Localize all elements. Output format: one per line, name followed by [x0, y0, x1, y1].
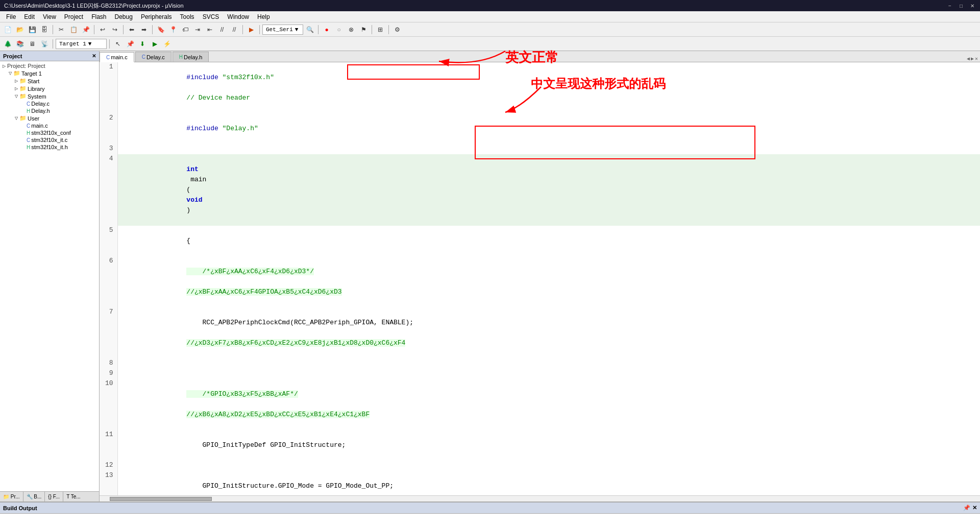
code-content[interactable] [117, 369, 980, 379]
tree-delay-h[interactable]: H Delay.h [1, 107, 98, 114]
debug-run-btn[interactable]: ● [321, 24, 332, 35]
tree-project-root[interactable]: ▷ Project: Project [1, 62, 98, 69]
books-btn[interactable]: 📚 [14, 38, 26, 50]
bookmark-btn[interactable]: 🔖 [155, 24, 166, 35]
code-content[interactable] [117, 358, 980, 369]
tree-expand-system[interactable]: ▽ [13, 93, 19, 100]
start-folder-icon: 📁 [19, 78, 27, 84]
code-content[interactable]: GPIO_InitTypeDef GPIO_InitStructure; [117, 430, 980, 461]
debug-stop-btn[interactable]: ○ [333, 24, 345, 35]
tree-expand-root[interactable]: ▷ [1, 63, 7, 69]
build-pin-btn[interactable]: 📌 [963, 505, 970, 511]
window-btn[interactable]: ⊞ [375, 24, 386, 35]
redo-btn[interactable]: ↪ [109, 24, 120, 35]
tab-delay-c[interactable]: C Delay.c [135, 52, 172, 62]
copy-btn[interactable]: 📋 [68, 24, 79, 35]
tab-close-all[interactable]: ✕ [975, 56, 978, 62]
unindent-btn[interactable]: ⇤ [204, 24, 215, 35]
tab-delay-h[interactable]: H Delay.h [173, 52, 209, 62]
tree-user[interactable]: ▽ 📁 User [1, 114, 98, 122]
proj-tab-te[interactable]: T Te... [63, 492, 83, 501]
menu-window[interactable]: Window [223, 12, 253, 21]
save-all-btn[interactable]: 🗄 [39, 24, 50, 35]
memory-btn[interactable]: 🖥 [27, 38, 38, 50]
target-dropdown[interactable]: Get_Seri ▼ [262, 25, 303, 35]
tree-start[interactable]: ▷ 📁 Start [1, 77, 98, 85]
tree-stm32it-c[interactable]: C stm32f10x_it.c [1, 136, 98, 144]
code-content[interactable]: #include "stm32f10x.h" // Device header [117, 62, 980, 113]
tree-expand-target[interactable]: ▽ [7, 70, 13, 77]
tab-scroll-left[interactable]: ◀ [967, 56, 970, 62]
pin-btn[interactable]: 📌 [125, 38, 136, 50]
bookmark2-btn[interactable]: 📍 [167, 24, 179, 35]
menu-help[interactable]: Help [253, 12, 274, 21]
setup-btn[interactable]: ⚙ [391, 24, 403, 35]
target-select[interactable]: Target 1 ▼ [56, 39, 107, 49]
search-btn[interactable]: 🔍 [304, 24, 315, 35]
maximize-button[interactable]: □ [958, 2, 965, 9]
code-content[interactable]: int main ( void ) [117, 154, 980, 226]
tree-delay-c[interactable]: C Delay.c [1, 100, 98, 107]
tab-scroll-right[interactable]: ▶ [971, 56, 974, 62]
tree-expand-user[interactable]: ▽ [13, 115, 19, 122]
menu-svcs[interactable]: SVCS [199, 12, 224, 21]
save-btn[interactable]: 💾 [27, 24, 38, 35]
code-content[interactable] [117, 461, 980, 471]
proj-tab-pr[interactable]: 📁 Pr... [0, 492, 23, 501]
menu-file[interactable]: File [2, 12, 20, 21]
tab-main-c[interactable]: C main.c [100, 52, 134, 62]
code-content[interactable]: { [117, 226, 980, 256]
menu-flash[interactable]: Flash [87, 12, 110, 21]
uncomment-btn[interactable]: // [229, 24, 240, 35]
menu-edit[interactable]: Edit [20, 12, 39, 21]
bookmark3-btn[interactable]: 🏷 [180, 24, 191, 35]
panel-close-btn[interactable]: ✕ [92, 53, 96, 59]
cursor-btn[interactable]: ↖ [112, 38, 124, 50]
open-btn[interactable]: 📂 [14, 24, 26, 35]
debug-step-btn[interactable]: ⚑ [358, 24, 369, 35]
paste-btn[interactable]: 📌 [80, 24, 91, 35]
tree-library[interactable]: ▷ 📁 Library [1, 85, 98, 92]
tree-stm32conf[interactable]: H stm32f10x_conf [1, 129, 98, 136]
proj-tab-f[interactable]: {} F... [45, 492, 63, 501]
debug-conn-btn[interactable]: ⚡ [161, 38, 173, 50]
flash-download-btn[interactable]: ⬇ [137, 38, 148, 50]
undo-btn[interactable]: ↩ [97, 24, 108, 35]
close-button[interactable]: ✕ [969, 2, 976, 9]
tree-stm32it-h[interactable]: H stm32f10x_it.h [1, 144, 98, 151]
scrollbar-thumb-h[interactable] [110, 497, 212, 501]
cut-btn[interactable]: ✂ [56, 24, 67, 35]
code-content[interactable]: GPIO_InitStructure.GPIO_Mode = GPIO_Mode… [117, 471, 980, 495]
debug-start-btn[interactable]: ▶ [149, 38, 160, 50]
menu-project[interactable]: Project [60, 12, 87, 21]
serial-btn[interactable]: 📡 [39, 38, 50, 50]
indent-btn[interactable]: ⇥ [192, 24, 203, 35]
code-content[interactable]: RCC_APB2PeriphClockCmd(RCC_APB2Periph_GP… [117, 307, 980, 358]
menu-debug[interactable]: Debug [111, 12, 137, 21]
tree-expand-start[interactable]: ▷ [13, 78, 19, 84]
main-c-icon: C [27, 123, 30, 129]
proj-tab-b[interactable]: 🔧 B... [23, 492, 45, 501]
menu-view[interactable]: View [39, 12, 60, 21]
tree-expand-library[interactable]: ▷ [13, 86, 19, 92]
build-close-btn[interactable]: ✕ [972, 505, 977, 511]
horizontal-scrollbar[interactable] [100, 495, 980, 501]
nav-fwd-btn[interactable]: ➡ [138, 24, 150, 35]
new-file-btn[interactable]: 📄 [2, 24, 13, 35]
nav-back-btn[interactable]: ⬅ [126, 24, 137, 35]
code-content[interactable]: /*¿xBF¿xAA¿xC6¿xF4¿xD6¿xD3*/ //¿xBF¿xAA¿… [117, 256, 980, 307]
menu-peripherals[interactable]: Peripherals [137, 12, 176, 21]
comment-btn[interactable]: // [216, 24, 228, 35]
build-btn[interactable]: ▶ [246, 24, 257, 35]
tree-main-c[interactable]: C main.c [1, 122, 98, 129]
tree-target1[interactable]: ▽ 📁 Target 1 [1, 69, 98, 77]
minimize-button[interactable]: − [946, 2, 953, 9]
tree-system[interactable]: ▽ 📁 System [1, 92, 98, 100]
code-content[interactable]: #include "Delay.h" [117, 113, 980, 144]
debug-reset-btn[interactable]: ⊗ [346, 24, 357, 35]
project-tree-btn[interactable]: 🌲 [2, 38, 13, 50]
code-content[interactable] [117, 144, 980, 154]
menu-tools[interactable]: Tools [176, 12, 199, 21]
code-content[interactable]: /*GPIO¿xB3¿xF5¿xBB¿xAF*/ //¿xB6¿xA8¿xD2¿… [117, 379, 980, 430]
code-editor[interactable]: 1 #include "stm32f10x.h" // Device heade… [100, 62, 980, 495]
